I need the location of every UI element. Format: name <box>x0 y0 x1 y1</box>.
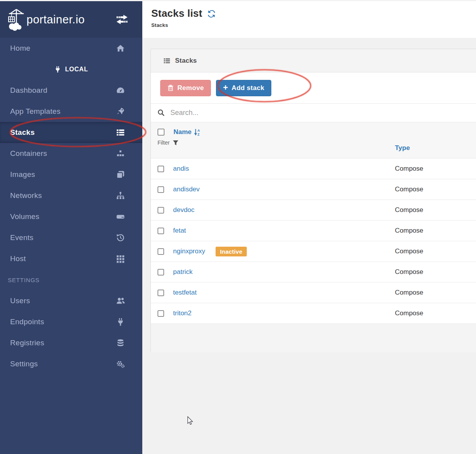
sidebar-item-users[interactable]: Users <box>0 290 142 311</box>
remove-button[interactable]: Remove <box>160 80 211 96</box>
sidebar-item-volumes[interactable]: Volumes <box>0 206 142 227</box>
add-stack-button[interactable]: + Add stack <box>216 80 271 96</box>
row-checkbox[interactable] <box>157 166 164 172</box>
add-stack-button-label: Add stack <box>232 84 264 92</box>
sitemap-icon <box>116 191 125 200</box>
stack-type: Compose <box>395 165 423 173</box>
breadcrumb[interactable]: Stacks <box>151 22 476 28</box>
toolbar: Remove + Add stack <box>151 72 476 104</box>
sidebar-item-label: Home <box>10 44 116 53</box>
settings-section-header: SETTINGS <box>0 269 142 290</box>
row-checkbox[interactable] <box>157 207 164 214</box>
sidebar-item-stacks[interactable]: Stacks <box>0 122 142 143</box>
images-icon <box>116 170 125 179</box>
status-badge-inactive: Inactive <box>216 247 246 256</box>
row-checkbox[interactable] <box>157 186 164 193</box>
sidebar-item-networks[interactable]: Networks <box>0 185 142 206</box>
table-header: Name AZ Filter Type <box>151 122 476 158</box>
sidebar-item-containers[interactable]: Containers <box>0 143 142 164</box>
stack-type: Compose <box>395 268 423 276</box>
plus-icon: + <box>223 83 228 92</box>
sidebar-header: portainer.io <box>0 1 142 38</box>
stack-type: Compose <box>395 206 423 214</box>
panel-title: Stacks <box>175 57 197 65</box>
sidebar: portainer.io Home LOCAL Dashboard <box>0 1 142 454</box>
sidebar-item-endpoints[interactable]: Endpoints <box>0 311 142 332</box>
brand-title: portainer.io <box>27 13 85 26</box>
stack-link[interactable]: andis <box>173 165 189 173</box>
stack-type: Compose <box>395 247 423 255</box>
endpoint-selector[interactable]: LOCAL <box>0 59 142 80</box>
plug-icon <box>54 66 61 73</box>
stack-link[interactable]: andisdev <box>173 185 200 193</box>
list-grid-icon <box>163 57 170 64</box>
endpoint-label: LOCAL <box>65 66 88 73</box>
row-checkbox[interactable] <box>157 310 164 317</box>
sidebar-item-events[interactable]: Events <box>0 227 142 248</box>
stack-link[interactable]: devdoc <box>173 206 195 214</box>
stack-link[interactable]: fetat <box>173 227 186 235</box>
search-icon <box>157 109 165 117</box>
sidebar-item-home[interactable]: Home <box>0 38 142 59</box>
sidebar-item-images[interactable]: Images <box>0 164 142 185</box>
page-title: Stacks list <box>151 7 202 19</box>
table-row: patrick Compose <box>151 261 476 282</box>
sidebar-item-label: Endpoints <box>10 318 116 326</box>
stack-link[interactable]: patrick <box>173 268 193 276</box>
table-row: andis Compose <box>151 158 476 179</box>
stack-type: Compose <box>395 309 423 317</box>
select-all-checkbox[interactable] <box>157 129 165 136</box>
stacks-panel: Stacks Remove + Add stack Name AZ <box>150 49 476 352</box>
users-icon <box>116 297 125 305</box>
filter-funnel-icon[interactable] <box>173 140 179 146</box>
search-bar <box>151 104 476 122</box>
sidebar-toggle-icon[interactable] <box>116 14 128 25</box>
dashboard-icon <box>116 86 125 95</box>
table-row: nginxproxy Inactive Compose <box>151 241 476 261</box>
sidebar-item-label: Dashboard <box>10 86 116 95</box>
stack-type: Compose <box>395 227 423 235</box>
stack-type: Compose <box>395 185 423 193</box>
column-header-type[interactable]: Type <box>395 144 410 152</box>
page-header: Stacks list Stacks <box>142 1 476 38</box>
sidebar-item-settings[interactable]: Settings <box>0 353 142 375</box>
svg-text:Z: Z <box>198 132 200 136</box>
sidebar-item-label: Containers <box>10 149 116 158</box>
remove-button-label: Remove <box>177 84 204 92</box>
refresh-icon[interactable] <box>207 9 216 18</box>
stack-link[interactable]: testfetat <box>173 289 196 297</box>
sidebar-item-label: Registries <box>10 339 116 347</box>
table-row: fetat Compose <box>151 220 476 241</box>
column-header-name[interactable]: Name AZ <box>173 128 200 136</box>
stack-link[interactable]: nginxproxy <box>173 247 205 255</box>
sort-alpha-down-icon: AZ <box>194 129 200 136</box>
sidebar-item-label: Users <box>10 297 116 305</box>
sidebar-item-host[interactable]: Host <box>0 248 142 269</box>
sidebar-item-app-templates[interactable]: App Templates <box>0 101 142 122</box>
plug-icon <box>116 318 125 326</box>
stack-link[interactable]: triton2 <box>173 309 191 317</box>
rocket-icon <box>116 107 125 116</box>
row-checkbox[interactable] <box>157 248 164 255</box>
portainer-logo-icon <box>7 8 26 31</box>
sidebar-item-label: Settings <box>10 360 116 368</box>
sidebar-item-label: App Templates <box>10 107 116 116</box>
gears-icon <box>116 360 125 368</box>
sidebar-item-label: Events <box>10 233 116 242</box>
history-icon <box>116 233 125 242</box>
sidebar-item-label: Stacks <box>10 128 116 137</box>
row-checkbox[interactable] <box>157 269 164 276</box>
sidebar-item-label: Volumes <box>10 212 116 221</box>
panel-header: Stacks <box>151 49 476 72</box>
stack-type: Compose <box>395 289 423 297</box>
svg-text:A: A <box>198 129 200 132</box>
sidebar-item-label: Images <box>10 170 116 179</box>
sidebar-item-registries[interactable]: Registries <box>0 332 142 353</box>
home-icon <box>116 44 125 53</box>
sidebar-item-dashboard[interactable]: Dashboard <box>0 80 142 101</box>
trash-icon <box>167 85 174 91</box>
row-checkbox[interactable] <box>157 228 164 234</box>
table-row: andisdev Compose <box>151 179 476 200</box>
row-checkbox[interactable] <box>157 290 164 296</box>
search-input[interactable] <box>170 109 326 117</box>
